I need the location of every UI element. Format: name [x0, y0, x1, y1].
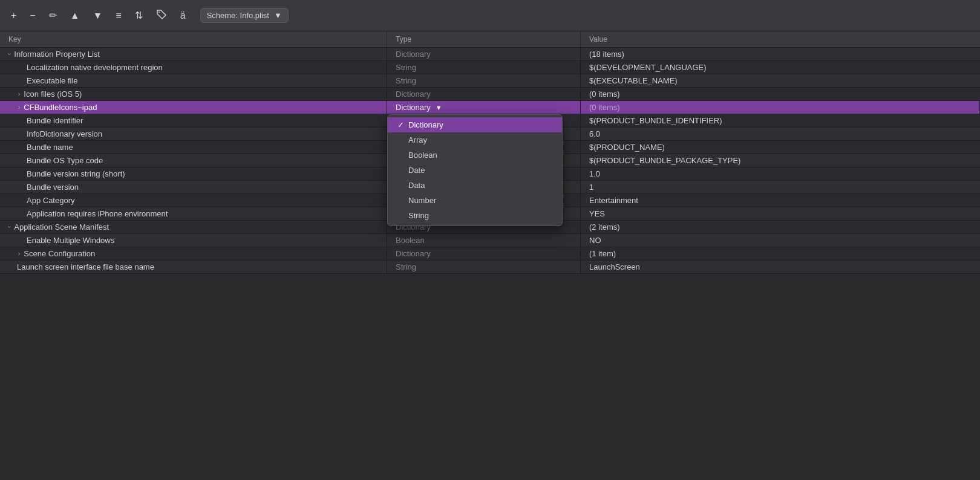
table-container: Key Type Value ›Information Property Lis…	[0, 31, 980, 480]
add-button[interactable]: +	[7, 8, 20, 24]
move-up-button[interactable]: ▲	[67, 8, 83, 24]
table-row[interactable]: Launch screen interface file base nameSt…	[0, 261, 980, 274]
dropdown-option-label: Date	[408, 166, 425, 175]
table-row[interactable]: ›Information Property ListDictionary(18 …	[0, 48, 980, 61]
dropdown-option-label: Dictionary	[408, 120, 443, 129]
scheme-selector[interactable]: Scheme: Info.plist ▼	[200, 8, 289, 23]
remove-button[interactable]: −	[26, 8, 39, 24]
dropdown-check-icon: ✓	[397, 120, 408, 129]
dropdown-option[interactable]: ✓Dictionary	[388, 117, 562, 132]
type-dropdown: ✓DictionaryArrayBooleanDateDataNumberStr…	[387, 114, 563, 226]
toolbar: + − ✏ ▲ ▼ ≡ ⇅ ä Scheme: Info.plist ▼	[0, 0, 980, 31]
dropdown-option-label: Boolean	[408, 151, 437, 160]
list-button[interactable]: ≡	[112, 8, 125, 24]
dropdown-option-label: Data	[408, 181, 425, 190]
dropdown-option[interactable]: Date	[388, 163, 562, 178]
table-row[interactable]: ›CFBundleIcons~ipadDictionary▼(0 items)✓…	[0, 101, 980, 114]
svg-point-0	[158, 11, 160, 13]
table-row[interactable]: ›Icon files (iOS 5)Dictionary(0 items)	[0, 88, 980, 101]
font-button[interactable]: ä	[177, 8, 189, 24]
table-header: Key Type Value	[0, 31, 980, 48]
dropdown-option-label: Number	[408, 196, 436, 205]
table-row[interactable]: Localization native development regionSt…	[0, 61, 980, 74]
table-row[interactable]: Enable Multiple WindowsBooleanNO	[0, 234, 980, 247]
scheme-label: Scheme: Info.plist	[207, 11, 269, 20]
table-body: ›Information Property ListDictionary(18 …	[0, 48, 980, 274]
edit-button[interactable]: ✏	[45, 7, 60, 24]
scheme-dropdown-arrow: ▼	[274, 11, 282, 20]
header-key: Key	[0, 31, 387, 47]
dropdown-option[interactable]: Array	[388, 132, 562, 148]
table-row[interactable]: ›Scene ConfigurationDictionary(1 item)	[0, 247, 980, 261]
table-row[interactable]: Executable fileString$(EXECUTABLE_NAME)	[0, 74, 980, 88]
move-down-button[interactable]: ▼	[90, 8, 106, 24]
dropdown-option[interactable]: Data	[388, 178, 562, 193]
filter-button[interactable]: ⇅	[131, 7, 146, 24]
dropdown-option[interactable]: Number	[388, 193, 562, 208]
dropdown-option[interactable]: Boolean	[388, 148, 562, 163]
dropdown-option[interactable]: String	[388, 208, 562, 223]
header-value: Value	[581, 31, 980, 47]
tag-button[interactable]	[152, 7, 171, 24]
header-type: Type	[387, 31, 581, 47]
dropdown-option-label: String	[408, 211, 429, 220]
dropdown-option-label: Array	[408, 135, 427, 144]
